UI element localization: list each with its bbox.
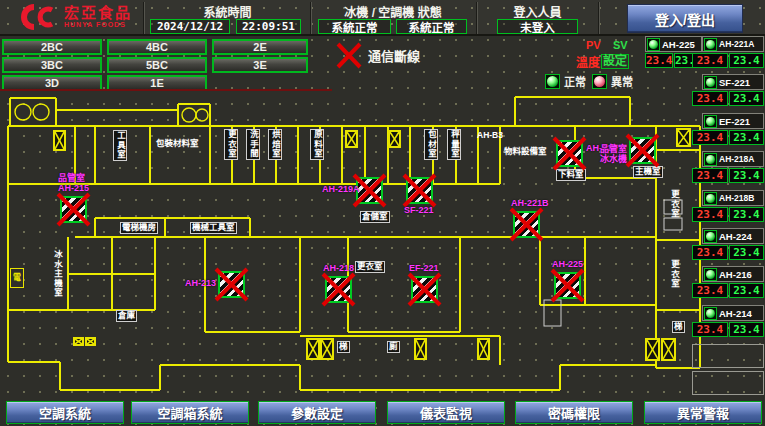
room-label-廁: 廁 xyxy=(387,341,400,353)
temp-label: 溫度 xyxy=(576,53,600,70)
room-label-冰水主機室: 冰水主機室 xyxy=(52,250,62,298)
room-label-秤量室: 秤量室 xyxy=(447,129,461,160)
unit-AH-225[interactable]: AH-225 xyxy=(645,36,702,52)
logo-icon xyxy=(8,2,60,32)
room-label-機械工具室: 機械工具室 xyxy=(190,222,237,234)
unit-name-label: SF-221 xyxy=(719,77,750,88)
unit-name-label: AH-225 xyxy=(662,39,695,50)
red-x-icon xyxy=(404,175,438,209)
unit-pv-value: 23.4 xyxy=(645,53,673,68)
room-label-原料室: 原料室 xyxy=(310,129,324,160)
comm-loss-legend: 通信斷線 xyxy=(336,42,420,69)
marker-label: SF-221 xyxy=(404,206,434,216)
marker-label: AH-218 xyxy=(323,264,354,274)
room-label-倉儲室: 倉儲室 xyxy=(360,211,390,223)
unit-sv-value: 23.4 xyxy=(729,130,764,145)
red-x-icon xyxy=(627,135,661,169)
comm-loss-label: 通信斷線 xyxy=(368,46,420,65)
comm-loss-marker-EF-221[interactable] xyxy=(411,276,438,303)
room-label-梯: 梯 xyxy=(337,341,350,353)
unit-pv-value: 23.4 xyxy=(692,91,728,106)
marker-label: EF-221 xyxy=(409,264,439,274)
nav-button-密碼權限[interactable]: 密碼權限 xyxy=(515,401,633,424)
floor-plan: 電 品管室 AH-215AH-213AH-218EF-221AH-219ASF-… xyxy=(0,92,703,398)
marker-label: AH-221B xyxy=(511,199,549,209)
nav-button-儀表監視[interactable]: 儀表監視 xyxy=(387,401,505,424)
stair-shaft-icon xyxy=(73,337,84,346)
logo-subtext: HUNYA FOODS xyxy=(64,21,132,29)
stair-shaft-icon xyxy=(388,130,401,148)
unit-AH-216[interactable]: AH-216 xyxy=(702,266,764,282)
unit-pv-value: 23.4 xyxy=(692,207,728,222)
floor-button-3BC[interactable]: 3BC xyxy=(2,57,102,73)
unit-AH-221A[interactable]: AH-221A xyxy=(702,36,764,52)
floor-button-4BC[interactable]: 4BC xyxy=(107,39,207,55)
nav-button-異常警報[interactable]: 異常警報 xyxy=(644,401,762,424)
unit-AH-224[interactable]: AH-224 xyxy=(702,228,764,244)
floor-button-2E[interactable]: 2E xyxy=(212,39,308,55)
unit-AH-214[interactable]: AH-214 xyxy=(702,305,764,321)
unit-pv-value: 23.4 xyxy=(692,245,728,260)
comm-loss-marker-AH-225[interactable] xyxy=(554,272,581,299)
comm-loss-marker-SF-221[interactable] xyxy=(406,177,433,204)
header-divider xyxy=(476,2,478,34)
unit-EF-221[interactable]: EF-221 xyxy=(702,113,764,129)
unit-name-label: AH-218A xyxy=(719,154,754,164)
unit-sv-value: 23.4 xyxy=(729,168,764,183)
logo-text: 宏亞食品 xyxy=(64,5,132,21)
unit-pv-value: 23.4 xyxy=(692,283,728,298)
comm-loss-marker-AH-218[interactable] xyxy=(325,276,352,303)
login-logout-button[interactable]: 登入/登出 xyxy=(627,4,743,33)
comm-loss-marker-AH-214[interactable] xyxy=(556,140,583,167)
stair-shaft-icon xyxy=(306,338,320,360)
sv-label: SV xyxy=(613,39,628,51)
room-label-包材室: 包材室 xyxy=(424,129,438,160)
comm-loss-marker-AH-219A[interactable] xyxy=(356,177,383,204)
marker-label: AH-225 xyxy=(552,260,583,270)
unit-sv-value: 23.4 xyxy=(729,245,764,260)
room-label-AH-B3: AH-B3 xyxy=(477,131,503,141)
red-x-icon xyxy=(552,270,586,304)
unit-AH-218B[interactable]: AH-218B xyxy=(702,190,764,206)
unit-led-icon xyxy=(647,38,660,51)
elevator-box: 電 xyxy=(10,268,24,288)
room-label-洗手間: 洗手間 xyxy=(246,129,260,160)
marker-label: AH-219A xyxy=(322,185,354,195)
unit-name-label: AH-214 xyxy=(719,308,752,319)
stair-shaft-icon xyxy=(53,130,66,151)
nav-button-空調系統[interactable]: 空調系統 xyxy=(6,401,124,424)
set-button[interactable]: 設定 xyxy=(601,54,629,69)
unit-led-icon xyxy=(704,307,717,320)
floor-button-5BC[interactable]: 5BC xyxy=(107,57,207,73)
spare-slot xyxy=(692,344,764,368)
unit-AH-218A[interactable]: AH-218A xyxy=(702,151,764,167)
floor-button-2BC[interactable]: 2BC xyxy=(2,39,102,55)
comm-loss-marker-品管室-冰水機[interactable] xyxy=(629,137,656,164)
room-label-梯: 梯 xyxy=(672,321,685,333)
room-label-更衣室: 更衣室 xyxy=(669,190,679,219)
room-label-更衣室: 更衣室 xyxy=(355,261,385,273)
comm-loss-marker-品管室-AH-215[interactable] xyxy=(60,196,87,223)
stair-shaft-icon xyxy=(320,338,334,360)
room-label-物料設備室: 物料設備室 xyxy=(504,147,547,157)
room-label-包裝材料室: 包裝材料室 xyxy=(156,139,199,149)
unit-SF-221[interactable]: SF-221 xyxy=(702,74,764,90)
unit-led-icon xyxy=(704,153,717,166)
nav-button-參數設定[interactable]: 參數設定 xyxy=(258,401,376,424)
unit-pv-value: 23.4 xyxy=(692,322,728,337)
unit-led-icon xyxy=(704,230,717,243)
comm-loss-marker-AH-213[interactable] xyxy=(218,271,245,298)
floor-button-3E[interactable]: 3E xyxy=(212,57,308,73)
room-label-更衣室: 更衣室 xyxy=(224,129,238,160)
comm-loss-marker-AH-221B[interactable] xyxy=(513,211,540,238)
temp-set-control[interactable]: 溫度 設定 xyxy=(576,53,629,70)
room-label-工具室: 工具室 xyxy=(113,130,127,161)
room-label-更衣室: 更衣室 xyxy=(669,260,679,289)
unit-led-icon xyxy=(704,192,717,205)
login-user-value: 未登入 xyxy=(497,19,578,34)
unit-sv-value: 23.4 xyxy=(729,91,764,106)
panel-divider xyxy=(0,89,332,91)
nav-button-空調箱系統[interactable]: 空調箱系統 xyxy=(131,401,249,424)
stair-shaft-icon xyxy=(676,128,691,147)
company-logo: 宏亞食品 HUNYA FOODS xyxy=(8,2,132,32)
